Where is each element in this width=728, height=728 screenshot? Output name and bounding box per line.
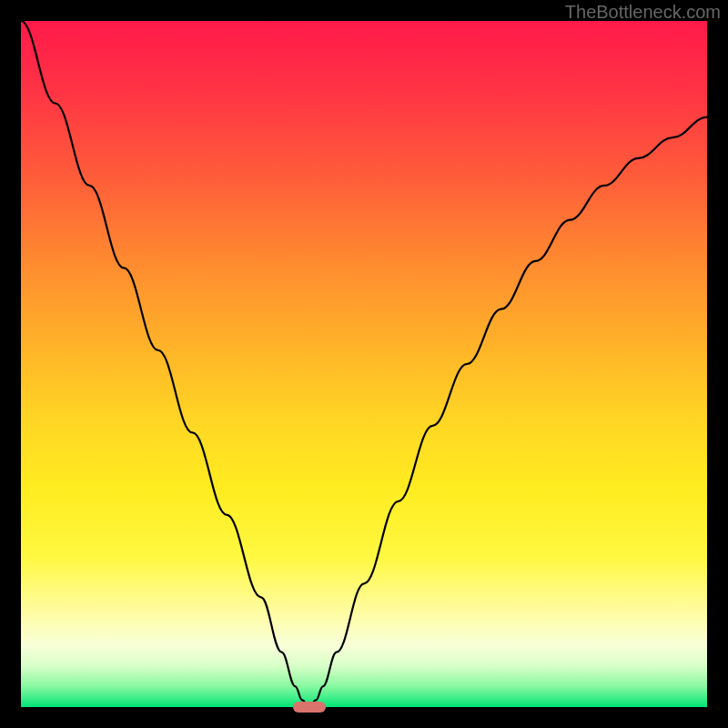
- bottleneck-curve: [21, 21, 707, 707]
- optimal-marker: [293, 702, 326, 713]
- watermark-text: TheBottleneck.com: [565, 2, 721, 23]
- chart-area: [21, 21, 707, 707]
